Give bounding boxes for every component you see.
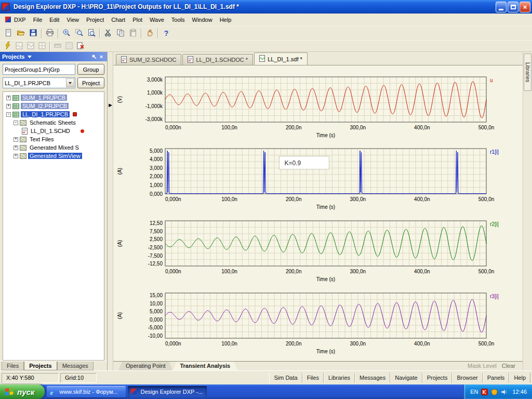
waveform-document-icon — [259, 55, 265, 63]
libraries-panel-button[interactable]: Libraries — [324, 373, 355, 383]
taskbar-clock[interactable]: 12:46 — [512, 389, 527, 395]
new-document-button[interactable] — [2, 28, 15, 39]
help-panel-button[interactable]: Help — [509, 373, 530, 383]
volume-tray-icon[interactable] — [501, 389, 508, 395]
tab-messages[interactable]: Messages — [57, 362, 94, 370]
expand-icon[interactable]: + — [6, 96, 11, 100]
chart-r1[interactable]: 0,000n100,0n200,0n300,0n400,0n500,0n5,00… — [113, 142, 523, 215]
delete-wave-button[interactable] — [75, 41, 86, 51]
panel-splitter[interactable]: ► — [108, 52, 113, 370]
new-plot-button[interactable] — [14, 41, 25, 51]
zoom-document-button[interactable] — [85, 28, 98, 39]
chevron-down-icon[interactable] — [28, 56, 32, 58]
cursor-button[interactable] — [36, 41, 48, 51]
menu-file[interactable]: File — [30, 15, 46, 25]
save-button[interactable] — [27, 28, 39, 39]
expand-icon[interactable]: + — [14, 137, 18, 142]
menu-wave[interactable]: Wave — [146, 15, 168, 25]
files-panel-button[interactable]: Files — [302, 373, 324, 383]
task-button-dxp[interactable]: Design Explorer DXP -... — [128, 386, 207, 397]
collapse-icon[interactable]: - — [6, 112, 11, 117]
menu-dxp[interactable]: DXP — [2, 14, 30, 26]
tab-operating-point[interactable]: Operating Point — [118, 362, 172, 370]
windows-logo-icon — [5, 387, 14, 397]
zoom-in-button[interactable] — [60, 28, 73, 39]
start-button[interactable]: пуск — [0, 384, 45, 399]
task-button-browser[interactable]: e www.skif.biz - Форум... — [47, 386, 126, 397]
panel-collapse-icon[interactable]: ► — [108, 102, 113, 108]
panel-close-icon[interactable]: × — [98, 53, 105, 60]
language-indicator[interactable]: EN — [470, 389, 478, 395]
svg-text:r1[i]: r1[i] — [490, 149, 499, 155]
menu-chart[interactable]: Chart — [108, 15, 129, 25]
help-button[interactable]: ? — [160, 28, 172, 39]
dxp-menu-icon — [5, 16, 12, 24]
menu-window[interactable]: Window — [189, 15, 216, 25]
shield-tray-icon[interactable] — [491, 389, 498, 395]
tree-item-sumi2-prjpcb[interactable]: + SUM_I2.PRJPCB — [3, 102, 104, 110]
close-button[interactable]: × — [520, 2, 530, 12]
tree-item-text-files[interactable]: + Text Files — [3, 135, 104, 143]
print-button[interactable] — [44, 28, 56, 39]
chart-u[interactable]: 0,000n100,0n200,0n300,0n400,0n500,0n3,00… — [113, 71, 523, 143]
menu-plot[interactable]: Plot — [129, 15, 146, 25]
doc-tab-ll-di-1-schdoc[interactable]: LL_DI_1.SCHDOC * — [182, 54, 253, 65]
chart-r2[interactable]: 0,000n100,0n200,0n300,0n400,0n500,0n12,5… — [113, 215, 523, 287]
libraries-panel-tab[interactable]: Libraries — [524, 54, 531, 91]
menu-help[interactable]: Help — [216, 15, 235, 25]
add-wave-button[interactable] — [25, 41, 36, 51]
tree-item-generated-mixed[interactable]: + Generated Mixed S — [3, 143, 104, 152]
messages-panel-button[interactable]: Messages — [355, 373, 390, 383]
project-group-combo[interactable]: ProjectGroup1.PrjGrp — [3, 64, 75, 75]
tab-files[interactable]: Files — [2, 362, 24, 370]
group-button[interactable]: Group — [77, 64, 104, 75]
tab-projects[interactable]: Projects — [24, 362, 57, 370]
tree-item-schematic-sheets[interactable]: - Schematic Sheets — [3, 118, 104, 127]
tree-item-lldi1-schd[interactable]: LL_DI_1.SCHD — [3, 127, 104, 135]
menu-view[interactable]: View — [63, 15, 83, 25]
tree-item-generated-simview[interactable]: + Generated SimView — [3, 152, 104, 160]
svg-text:200,0n: 200,0n — [286, 269, 302, 274]
chart-r3[interactable]: 0,000n100,0n200,0n300,0n400,0n500,0n15,0… — [113, 287, 523, 359]
svg-text:Time (s): Time (s) — [316, 204, 335, 210]
panels-button[interactable]: Panels — [483, 373, 510, 383]
expand-icon[interactable]: + — [6, 104, 11, 109]
paste-button[interactable] — [127, 28, 139, 39]
cursor-position-readout: X:40 Y:580 — [2, 373, 59, 383]
menu-project[interactable]: Project — [83, 15, 108, 25]
svg-text:0,000: 0,000 — [150, 191, 163, 197]
expand-icon[interactable]: + — [14, 154, 18, 158]
open-document-button[interactable] — [15, 28, 27, 39]
zoom-area-button[interactable] — [73, 28, 85, 39]
clear-button[interactable]: Clear — [502, 362, 523, 370]
projects-panel-button[interactable]: Projects — [422, 373, 453, 383]
tab-transient-analysis[interactable]: Transient Analysis — [172, 362, 237, 370]
browser-panel-button[interactable]: Browser — [452, 373, 482, 383]
project-button[interactable]: Project — [77, 77, 104, 88]
pan-button[interactable] — [143, 28, 156, 39]
tree-item-sum1-prjpcb[interactable]: + SUM_1.PRJPCB — [3, 94, 104, 102]
grid-setup-button[interactable] — [63, 41, 75, 51]
collapse-icon[interactable]: - — [14, 121, 18, 125]
expand-icon[interactable]: + — [14, 145, 18, 150]
doc-tab-sum-i2-schdoc[interactable]: SUM_I2.SCHDOC — [116, 54, 181, 65]
pin-icon[interactable] — [90, 53, 98, 60]
minimize-button[interactable] — [496, 2, 507, 12]
doc-tab-ll-di-1-sdf[interactable]: LL_DI_1.sdf * — [254, 52, 308, 65]
title-bar[interactable]: Design Explorer DXP - H:\PRO_11\Project … — [0, 0, 532, 14]
copy-button[interactable] — [114, 28, 127, 39]
maximize-button[interactable] — [508, 2, 518, 12]
project-combo[interactable]: LL_DI_1.PRJPCB — [3, 77, 75, 88]
cut-button[interactable] — [102, 28, 114, 39]
tree-item-lldi1-prjpcb[interactable]: - LL_DI_1.PRJPCB — [3, 110, 104, 118]
measure-button[interactable] — [52, 41, 63, 51]
combo-dropdown-icon[interactable] — [66, 78, 74, 87]
help-icon: ? — [164, 29, 169, 37]
antivirus-tray-icon[interactable] — [481, 389, 488, 395]
menu-edit[interactable]: Edit — [46, 15, 63, 25]
menu-tools[interactable]: Tools — [168, 15, 189, 25]
projects-panel-header[interactable]: Projects × — [0, 52, 107, 61]
run-simulation-button[interactable] — [2, 41, 14, 51]
navigate-panel-button[interactable]: Navigate — [390, 373, 422, 383]
sim-data-panel-button[interactable]: Sim Data — [269, 373, 302, 383]
